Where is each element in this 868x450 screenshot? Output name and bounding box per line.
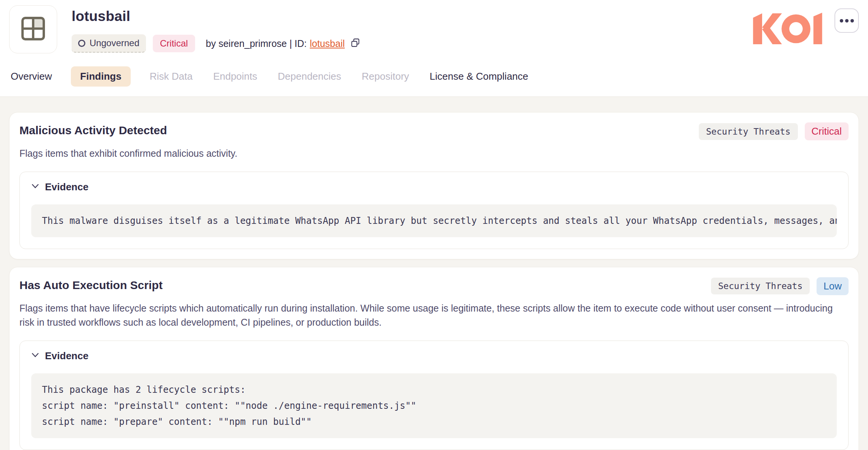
evidence-section: Evidence This malware disguises itself a…: [19, 172, 849, 249]
chevron-down-icon: [31, 352, 39, 360]
chevron-down-icon: [31, 183, 39, 191]
severity-badge-header: Critical: [153, 35, 195, 52]
tab-repository[interactable]: Repository: [360, 66, 410, 87]
page-title: lotusbail: [72, 8, 360, 24]
koi-logo: [752, 11, 823, 46]
evidence-code[interactable]: This malware disguises itself as a legit…: [31, 204, 837, 237]
severity-badge: Critical: [805, 122, 849, 140]
package-id-link[interactable]: lotusbail: [310, 38, 345, 49]
tab-findings[interactable]: Findings: [71, 66, 130, 87]
ellipsis-menu-icon: [840, 19, 854, 22]
status-badge[interactable]: Ungoverned: [72, 34, 146, 53]
evidence-label: Evidence: [45, 181, 88, 193]
evidence-code[interactable]: This package has 2 lifecycle scripts: sc…: [31, 373, 837, 438]
finding-description: Flags items that exhibit confirmed malic…: [19, 146, 842, 161]
finding-card-auto-execution: Has Auto Execution Script Security Threa…: [9, 267, 859, 450]
finding-description: Flags items that have lifecycle scripts …: [19, 301, 842, 330]
tab-license-compliance[interactable]: License & Compliance: [428, 66, 530, 87]
category-badge: Security Threats: [699, 123, 798, 140]
tab-risk-data[interactable]: Risk Data: [148, 66, 194, 87]
copy-icon: [350, 38, 360, 49]
byline: by seiren_primrose | ID: lotusbail: [206, 38, 360, 49]
tab-overview[interactable]: Overview: [9, 66, 53, 87]
grid-app-icon: [21, 16, 45, 42]
evidence-toggle[interactable]: Evidence: [31, 350, 837, 362]
tab-bar: Overview Findings Risk Data Endpoints De…: [9, 66, 859, 96]
page-header: lotusbail Ungoverned Critical by seiren_…: [0, 0, 868, 97]
category-badge: Security Threats: [711, 278, 810, 294]
findings-list: Malicious Activity Detected Security Thr…: [0, 97, 868, 450]
tab-dependencies[interactable]: Dependencies: [276, 66, 343, 87]
finding-title: Malicious Activity Detected: [19, 122, 699, 137]
ring-status-icon: [78, 40, 85, 47]
overflow-menu-button[interactable]: [834, 8, 859, 33]
tab-endpoints[interactable]: Endpoints: [211, 66, 259, 87]
severity-badge: Low: [817, 277, 849, 295]
evidence-label: Evidence: [45, 350, 88, 362]
package-avatar: [9, 5, 57, 53]
finding-card-malicious-activity: Malicious Activity Detected Security Thr…: [9, 112, 859, 259]
evidence-toggle[interactable]: Evidence: [31, 181, 837, 193]
byline-text: by seiren_primrose | ID:: [206, 38, 307, 49]
status-badge-label: Ungoverned: [90, 38, 139, 48]
finding-title: Has Auto Execution Script: [19, 277, 711, 292]
copy-button[interactable]: [350, 38, 360, 49]
evidence-section: Evidence This package has 2 lifecycle sc…: [19, 341, 849, 450]
